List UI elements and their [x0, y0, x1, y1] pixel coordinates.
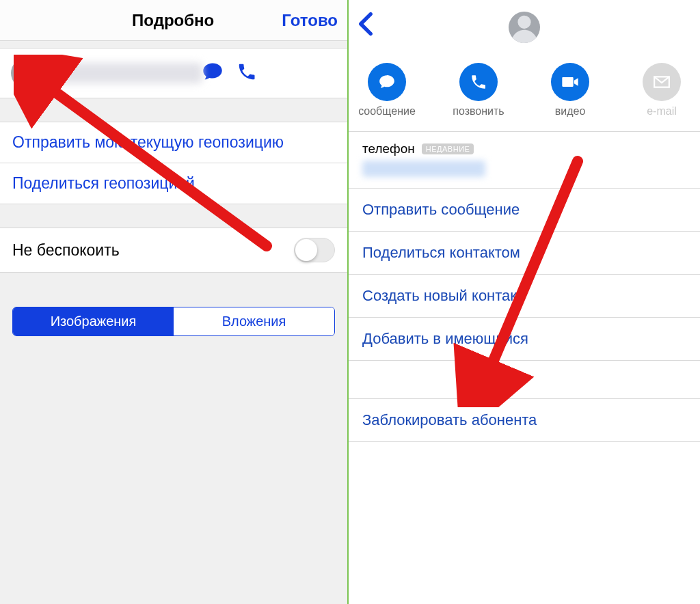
action-message[interactable]: сообщение: [354, 63, 420, 118]
segment-images[interactable]: Изображения: [13, 307, 174, 335]
location-section: Отправить мою текущую геопозицию Поделит…: [0, 122, 347, 204]
svg-point-0: [21, 67, 31, 77]
left-panel: Подробно Готово Отправить мою текущую ге…: [0, 0, 347, 604]
block-caller-item[interactable]: Заблокировать абонента: [349, 399, 700, 442]
toggle-knob: [295, 239, 317, 261]
phone-number-blurred: [362, 161, 485, 177]
video-circle-icon: [551, 63, 589, 101]
add-to-existing-item[interactable]: Добавить в имеющийся: [349, 318, 700, 361]
dnd-toggle[interactable]: [294, 238, 335, 262]
actions-row: сообщение позвонить видео e-mail: [349, 55, 700, 132]
avatar-icon: [11, 57, 42, 89]
contact-icons: [202, 61, 257, 85]
right-panel: сообщение позвонить видео e-mail телефон…: [349, 0, 700, 604]
phone-number-blurred: [52, 63, 202, 83]
action-call-label: позвонить: [453, 105, 504, 118]
contact-row[interactable]: [0, 48, 347, 98]
action-email: e-mail: [629, 63, 695, 118]
dnd-label: Не беспокоить: [12, 241, 120, 260]
share-location-item[interactable]: Поделиться геопозицией: [0, 163, 347, 204]
message-circle-icon: [368, 63, 406, 101]
phone-section: телефон НЕДАВНИЕ: [349, 132, 700, 189]
nav-bar: Подробно Готово: [0, 0, 347, 41]
action-message-label: сообщение: [358, 105, 416, 118]
action-video-label: видео: [555, 105, 586, 118]
action-call[interactable]: позвонить: [446, 63, 511, 118]
message-icon[interactable]: [202, 61, 223, 85]
action-video[interactable]: видео: [537, 63, 603, 118]
contact-avatar-wrap: [509, 12, 540, 43]
segmented-control: Изображения Вложения: [12, 307, 335, 336]
do-not-disturb-row: Не беспокоить: [0, 228, 347, 273]
svg-point-3: [517, 15, 530, 28]
create-new-contact-item[interactable]: Создать новый контакт: [349, 275, 700, 318]
recent-badge: НЕДАВНИЕ: [422, 143, 474, 154]
nav-title: Подробно: [132, 11, 214, 30]
back-chevron-icon[interactable]: [358, 12, 373, 42]
action-email-label: e-mail: [647, 105, 677, 118]
send-message-item[interactable]: Отправить сообщение: [349, 189, 700, 232]
section-gap: [349, 361, 700, 399]
email-circle-icon: [643, 63, 681, 101]
phone-label: телефон: [362, 141, 415, 156]
phone-circle-icon: [459, 63, 498, 101]
done-button[interactable]: Готово: [282, 11, 338, 30]
segment-attachments[interactable]: Вложения: [174, 307, 334, 335]
share-contact-item[interactable]: Поделиться контактом: [349, 232, 700, 275]
avatar-icon[interactable]: [509, 12, 540, 43]
send-current-location-item[interactable]: Отправить мою текущую геопозицию: [0, 122, 347, 163]
right-nav-bar: [349, 0, 700, 55]
phone-label-row: телефон НЕДАВНИЕ: [362, 141, 686, 156]
actions-list: Отправить сообщение Поделиться контактом…: [349, 189, 700, 361]
phone-icon[interactable]: [237, 61, 257, 85]
